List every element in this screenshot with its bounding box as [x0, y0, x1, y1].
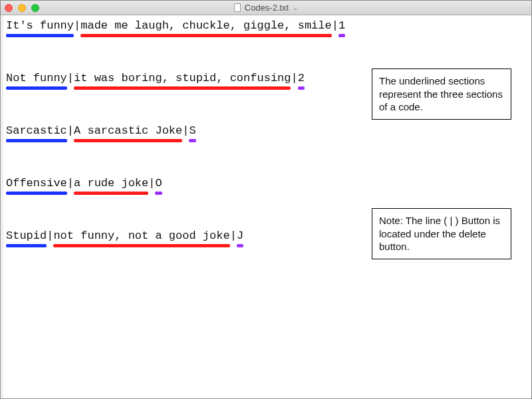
separator: |: [67, 177, 74, 190]
code-id-text: 1: [338, 19, 345, 32]
code-id: O: [155, 177, 162, 190]
annotation-text: Note: The line ( | ) Button is located u…: [379, 215, 500, 252]
traffic-lights: [5, 4, 39, 12]
separator: |: [230, 229, 237, 242]
code-desc-text: made me laugh, chuckle, giggle, smile: [80, 19, 331, 32]
code-id: 2: [298, 72, 305, 84]
code-label-text: It's funny: [6, 19, 74, 32]
code-desc: A sarcastic Joke: [74, 124, 182, 137]
underline-purple: [189, 139, 196, 142]
filename-label: Codes-2.txt: [245, 3, 289, 13]
code-label-text: Offensive: [6, 177, 67, 190]
code-desc: made me laugh, chuckle, giggle, smile: [80, 19, 331, 32]
code-id-text: O: [155, 177, 162, 190]
code-label: Stupid: [6, 229, 47, 242]
annotation-box: The underlined sections represent the th…: [372, 68, 511, 120]
underline-purple: [155, 192, 162, 195]
underline-purple: [237, 244, 243, 247]
close-icon[interactable]: [5, 4, 13, 12]
titlebar: Codes-2.txt ⌄: [1, 1, 531, 15]
code-line: Sarcastic | A sarcastic Joke | S: [6, 124, 526, 137]
separator: |: [332, 19, 338, 32]
minimize-icon[interactable]: [18, 4, 26, 12]
code-id-text: J: [237, 229, 243, 242]
code-id: 1: [338, 19, 345, 32]
code-label-text: Not funny: [6, 72, 67, 84]
underline-red: [74, 86, 291, 90]
text-content[interactable]: It's funny | made me laugh, chuckle, gig…: [1, 15, 531, 398]
underline-blue: [6, 86, 67, 90]
annotation-box: Note: The line ( | ) Button is located u…: [372, 208, 511, 259]
code-id: S: [189, 124, 196, 137]
code-label-text: Sarcastic: [6, 124, 67, 137]
code-line: It's funny | made me laugh, chuckle, gig…: [6, 19, 526, 32]
underline-purple: [298, 86, 305, 90]
window-title: Codes-2.txt ⌄: [1, 3, 531, 13]
code-label: Offensive: [6, 177, 67, 190]
annotation-text: The underlined sections represent the th…: [379, 75, 503, 112]
underline-red: [53, 244, 229, 247]
chevron-down-icon: ⌄: [293, 4, 298, 11]
code-desc-text: A sarcastic Joke: [74, 124, 182, 137]
code-label: Sarcastic: [6, 124, 67, 137]
code-id-text: 2: [298, 72, 305, 84]
code-label: It's funny: [6, 19, 74, 32]
separator: |: [148, 177, 155, 190]
underline-red: [74, 139, 182, 142]
code-id: J: [237, 229, 243, 242]
separator: |: [74, 19, 80, 32]
separator: |: [47, 229, 53, 242]
code-desc-text: not funny, not a good joke: [53, 229, 229, 242]
underline-red: [80, 34, 331, 37]
code-desc: not funny, not a good joke: [53, 229, 229, 242]
document-icon: [234, 3, 241, 12]
code-label: Not funny: [6, 72, 67, 84]
window: Codes-2.txt ⌄ It's funny | made me laugh…: [0, 0, 532, 399]
underline-purple: [338, 34, 345, 37]
code-id-text: S: [189, 124, 196, 137]
code-desc: it was boring, stupid, confusing: [74, 72, 291, 84]
code-desc: a rude joke: [74, 177, 148, 190]
separator: |: [182, 124, 189, 137]
separator: |: [67, 72, 74, 84]
separator: |: [291, 72, 297, 84]
underline-blue: [6, 244, 47, 247]
code-line: Offensive | a rude joke | O: [6, 177, 526, 190]
underline-blue: [6, 139, 67, 142]
underline-blue: [6, 192, 67, 195]
separator: |: [67, 124, 74, 137]
code-desc-text: a rude joke: [74, 177, 148, 190]
code-desc-text: it was boring, stupid, confusing: [74, 72, 291, 84]
underline-blue: [6, 34, 74, 37]
underline-red: [74, 192, 148, 195]
code-label-text: Stupid: [6, 229, 47, 242]
zoom-icon[interactable]: [31, 4, 39, 12]
